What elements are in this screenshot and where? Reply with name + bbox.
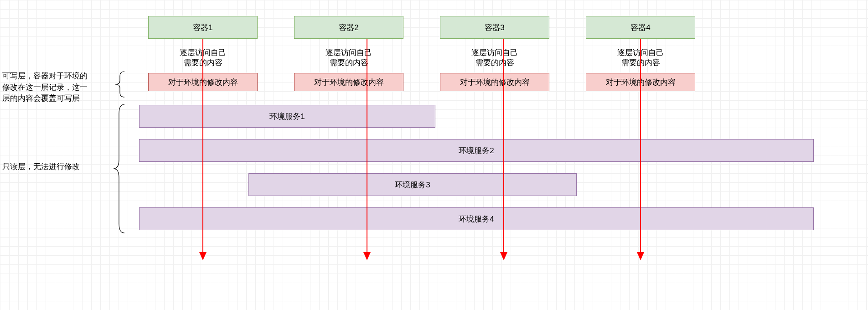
- writable-label: 对于环境的修改内容: [460, 77, 530, 88]
- arrow-head-4: [637, 252, 644, 260]
- service-label: 环境服务1: [269, 111, 305, 122]
- arrow-head-1: [199, 252, 207, 260]
- diagram-canvas: 容器1 容器2 容器3 容器4 逐层访问自己 需要的内容 逐层访问自己 需要的内…: [0, 0, 868, 310]
- service-label: 环境服务4: [459, 214, 494, 224]
- container-box-1: 容器1: [148, 16, 258, 39]
- container-box-4: 容器4: [586, 16, 695, 39]
- brace-readonly: [107, 103, 125, 235]
- arrow-line-4: [640, 39, 641, 253]
- access-label-2: 逐层访问自己 需要的内容: [294, 48, 403, 68]
- arrow-line-2: [367, 39, 367, 253]
- arrow-head-3: [500, 252, 507, 260]
- brace-writable: [107, 71, 125, 98]
- service-label: 环境服务2: [459, 145, 494, 156]
- container-label: 容器4: [630, 22, 650, 33]
- container-box-2: 容器2: [294, 16, 403, 39]
- writable-label: 对于环境的修改内容: [314, 77, 384, 88]
- arrow-line-3: [503, 39, 504, 253]
- container-label: 容器2: [339, 22, 358, 33]
- writable-box-2: 对于环境的修改内容: [294, 73, 403, 91]
- container-label: 容器1: [193, 22, 212, 33]
- side-label-writable: 可写层，容器对于环境的 修改在这一层记录，这一 层的内容会覆盖可写层: [2, 71, 105, 104]
- service-box-2: 环境服务2: [139, 139, 814, 162]
- arrow-head-2: [363, 252, 371, 260]
- container-box-3: 容器3: [440, 16, 549, 39]
- service-box-1: 环境服务1: [139, 105, 435, 128]
- arrow-line-1: [202, 39, 203, 253]
- service-label: 环境服务3: [395, 180, 430, 190]
- service-box-3: 环境服务3: [248, 173, 577, 196]
- writable-box-3: 对于环境的修改内容: [440, 73, 549, 91]
- container-label: 容器3: [485, 22, 504, 33]
- access-label-3: 逐层访问自己 需要的内容: [440, 48, 549, 68]
- service-box-4: 环境服务4: [139, 207, 814, 230]
- side-label-readonly: 只读层，无法进行修改: [2, 161, 105, 173]
